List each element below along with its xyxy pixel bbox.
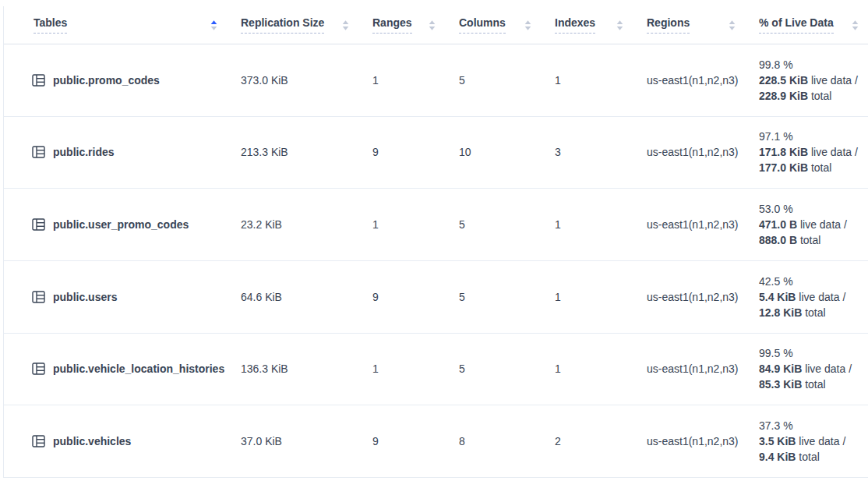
live-data-percent: 53.0 %: [759, 201, 868, 217]
table-icon: [32, 146, 45, 158]
column-header-label: Replication Size: [241, 16, 324, 34]
indexes-cell: 1: [549, 361, 640, 377]
replication-size-cell: 37.0 KiB: [235, 433, 366, 449]
table-icon: [32, 218, 45, 231]
table-name-cell[interactable]: public.promo_codes: [19, 72, 235, 88]
total-data-amount: 85.3 KiB total: [759, 377, 868, 392]
column-header-label: Regions: [647, 16, 690, 34]
live-data-percent: 42.5 %: [759, 274, 868, 289]
sort-icon[interactable]: [729, 19, 736, 31]
live-data-cell: 99.5 % 84.9 KiB live data / 85.3 KiB tot…: [753, 345, 868, 392]
sort-icon[interactable]: [616, 19, 623, 31]
sort-icon[interactable]: [429, 19, 436, 31]
column-header-label: Columns: [459, 16, 506, 34]
table-icon: [32, 74, 45, 87]
table-name-cell[interactable]: public.vehicles: [19, 433, 235, 449]
ranges-cell: 9: [366, 289, 453, 305]
ranges-cell: 1: [366, 217, 453, 232]
ranges-cell: 9: [366, 433, 453, 449]
regions-cell: us-east1(n1,n2,n3): [640, 217, 753, 232]
ranges-cell: 9: [366, 144, 453, 160]
regions-cell: us-east1(n1,n2,n3): [640, 361, 753, 377]
sort-icon[interactable]: [210, 19, 217, 31]
column-header-regions[interactable]: Regions: [640, 16, 753, 34]
table-row: public.rides 213.3 KiB 9 10 3 us-east1(n…: [4, 117, 868, 189]
live-data-amount: 5.4 KiB live data /: [759, 289, 868, 305]
table-row: public.users 64.6 KiB 9 5 1 us-east1(n1,…: [4, 261, 868, 334]
replication-size-cell: 136.3 KiB: [235, 361, 366, 377]
replication-size-cell: 213.3 KiB: [235, 144, 366, 160]
live-data-amount: 171.8 KiB live data /: [759, 144, 868, 160]
table-name-cell[interactable]: public.users: [19, 289, 235, 305]
live-data-amount: 84.9 KiB live data /: [759, 361, 868, 377]
total-data-amount: 177.0 KiB total: [759, 160, 868, 175]
indexes-cell: 1: [549, 217, 640, 232]
regions-cell: us-east1(n1,n2,n3): [640, 72, 753, 88]
table-name-link[interactable]: public.vehicles: [53, 433, 131, 449]
live-data-amount: 471.0 B live data /: [759, 217, 868, 232]
ranges-cell: 1: [366, 72, 453, 88]
table-name-link[interactable]: public.vehicle_location_histories: [53, 361, 224, 377]
table-icon: [32, 435, 45, 447]
column-header-replication-size[interactable]: Replication Size: [235, 16, 366, 34]
column-header-label: Tables: [34, 16, 67, 34]
live-data-cell: 53.0 % 471.0 B live data / 888.0 B total: [753, 201, 868, 248]
total-data-amount: 12.8 KiB total: [759, 305, 868, 320]
columns-cell: 5: [453, 361, 549, 377]
sort-icon[interactable]: [524, 19, 531, 31]
live-data-percent: 99.8 %: [759, 57, 868, 72]
ranges-cell: 1: [366, 361, 453, 377]
column-header-ranges[interactable]: Ranges: [366, 16, 453, 34]
column-header-columns[interactable]: Columns: [453, 16, 549, 34]
table-name-cell[interactable]: public.rides: [19, 144, 235, 160]
table-name-cell[interactable]: public.vehicle_location_histories: [19, 361, 235, 377]
live-data-cell: 42.5 % 5.4 KiB live data / 12.8 KiB tota…: [753, 274, 868, 320]
regions-cell: us-east1(n1,n2,n3): [640, 289, 753, 305]
replication-size-cell: 64.6 KiB: [235, 289, 366, 305]
table-name-cell[interactable]: public.user_promo_codes: [19, 217, 235, 232]
table-icon: [32, 291, 45, 303]
sort-icon[interactable]: [342, 19, 349, 31]
live-data-amount: 3.5 KiB live data /: [759, 433, 868, 449]
columns-cell: 10: [453, 144, 549, 160]
table-name-link[interactable]: public.user_promo_codes: [53, 217, 189, 232]
replication-size-cell: 373.0 KiB: [235, 72, 366, 88]
table-row: public.vehicle_location_histories 136.3 …: [4, 334, 868, 406]
sort-icon[interactable]: [852, 19, 859, 31]
indexes-cell: 1: [549, 289, 640, 305]
column-header-label: Ranges: [372, 16, 412, 34]
column-header-live-data[interactable]: % of Live Data: [753, 16, 868, 34]
column-header-indexes[interactable]: Indexes: [549, 16, 640, 34]
replication-size-cell: 23.2 KiB: [235, 217, 366, 232]
table-row: public.user_promo_codes 23.2 KiB 1 5 1 u…: [4, 189, 868, 261]
table-row: public.promo_codes 373.0 KiB 1 5 1 us-ea…: [4, 44, 868, 117]
columns-cell: 5: [453, 217, 549, 232]
table-name-link[interactable]: public.promo_codes: [53, 72, 160, 88]
table-name-link[interactable]: public.users: [53, 289, 117, 305]
live-data-percent: 99.5 %: [759, 345, 868, 361]
total-data-amount: 9.4 KiB total: [759, 449, 868, 465]
regions-cell: us-east1(n1,n2,n3): [640, 433, 753, 449]
column-header-label: % of Live Data: [759, 16, 834, 34]
columns-cell: 5: [453, 289, 549, 305]
table-name-link[interactable]: public.rides: [53, 144, 115, 160]
column-header-label: Indexes: [555, 16, 595, 34]
table-icon: [32, 362, 45, 375]
indexes-cell: 2: [549, 433, 640, 449]
total-data-amount: 888.0 B total: [759, 232, 868, 248]
column-header-tables[interactable]: Tables: [19, 16, 235, 34]
tables-table: Tables Replication Size Ranges Columns I…: [3, 6, 868, 478]
table-row: public.vehicles 37.0 KiB 9 8 2 us-east1(…: [4, 405, 868, 478]
live-data-cell: 37.3 % 3.5 KiB live data / 9.4 KiB total: [753, 418, 868, 465]
indexes-cell: 3: [549, 144, 640, 160]
regions-cell: us-east1(n1,n2,n3): [640, 144, 753, 160]
live-data-percent: 97.1 %: [759, 129, 868, 144]
indexes-cell: 1: [549, 72, 640, 88]
total-data-amount: 228.9 KiB total: [759, 88, 868, 104]
table-header-row: Tables Replication Size Ranges Columns I…: [4, 6, 868, 44]
live-data-cell: 99.8 % 228.5 KiB live data / 228.9 KiB t…: [753, 57, 868, 104]
live-data-cell: 97.1 % 171.8 KiB live data / 177.0 KiB t…: [753, 129, 868, 175]
columns-cell: 8: [453, 433, 549, 449]
live-data-percent: 37.3 %: [759, 418, 868, 433]
columns-cell: 5: [453, 72, 549, 88]
